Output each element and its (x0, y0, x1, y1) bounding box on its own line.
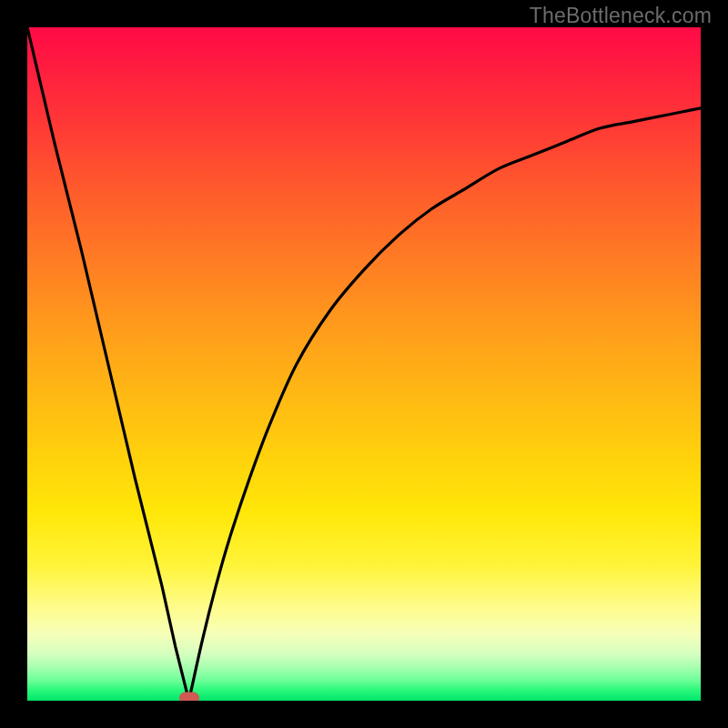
curve-path (27, 27, 701, 701)
watermark-text: TheBottleneck.com (530, 4, 712, 28)
optimum-marker-icon (179, 693, 199, 702)
plot-area (27, 27, 701, 701)
chart-frame: TheBottleneck.com (0, 0, 728, 728)
bottleneck-curve (27, 27, 701, 701)
